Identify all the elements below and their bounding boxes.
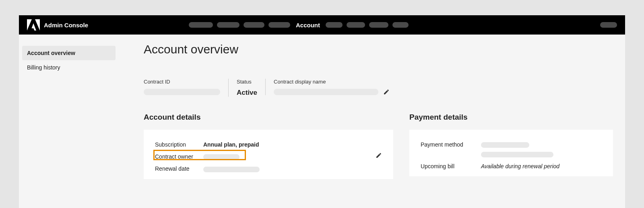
page-title: Account overview [144,43,613,56]
payment-details-card: Payment method Upcoming bill Available d… [409,130,613,176]
subscription-value: Annual plan, prepaid [203,141,259,148]
details-columns: Account details Subscription Annual plan… [144,113,613,179]
contract-owner-label: Contract owner [155,153,203,160]
sidebar-item-label: Account overview [27,50,75,56]
nav-item[interactable] [244,22,264,28]
status-label: Status [237,79,257,85]
sidebar: Account overview Billing history [19,35,120,208]
nav-item[interactable] [392,22,409,28]
top-nav: Account [189,22,409,29]
sidebar-item-billing-history[interactable]: Billing history [22,60,116,75]
display-name-block: Contract display name [265,79,398,95]
topbar-action[interactable] [600,22,617,28]
account-details-column: Account details Subscription Annual plan… [144,113,393,179]
contract-owner-row: Contract owner [155,151,382,163]
renewal-date-label: Renewal date [155,165,203,172]
subscription-row: Subscription Annual plan, prepaid [155,139,382,151]
contract-id-value-redacted [144,89,220,95]
adobe-logo-icon [27,19,40,31]
contract-meta-row: Contract ID Status Active Contract displ… [144,79,613,97]
app-frame: Admin Console Account Account overview B… [19,15,625,208]
pencil-icon[interactable] [383,89,390,95]
nav-item[interactable] [347,22,365,28]
contract-id-label: Contract ID [144,79,220,85]
nav-item[interactable] [369,22,388,28]
nav-item[interactable] [326,22,343,28]
upcoming-bill-label: Upcoming bill [421,163,481,169]
pencil-icon[interactable] [376,152,382,159]
payment-method-row: Payment method [421,139,602,151]
upcoming-bill-value: Available during renewal period [481,163,559,169]
renewal-date-row: Renewal date [155,163,382,175]
payment-method-extra-redacted [481,152,553,157]
account-details-title: Account details [144,113,393,122]
body: Account overview Billing history Account… [19,35,625,208]
payment-method-label: Payment method [421,141,481,148]
sidebar-item-label: Billing history [27,64,60,71]
account-details-card: Subscription Annual plan, prepaid Contra… [144,130,393,179]
topbar-right [600,22,617,28]
nav-item[interactable] [189,22,213,28]
topbar: Admin Console Account [19,15,625,35]
payment-details-title: Payment details [409,113,613,122]
display-name-value-redacted [274,89,378,95]
nav-item-account[interactable]: Account [294,22,322,29]
payment-method-value-redacted [481,142,529,148]
subscription-label: Subscription [155,141,203,148]
status-block: Status Active [228,79,265,97]
contract-id-block: Contract ID [144,79,228,95]
renewal-date-value-redacted [203,167,260,172]
payment-method-extra-row [421,151,602,160]
app-title: Admin Console [44,22,88,29]
nav-item[interactable] [268,22,290,28]
payment-details-column: Payment details Payment method Upcoming … [409,113,613,179]
nav-item[interactable] [217,22,239,28]
main-content: Account overview Contract ID Status Acti… [120,35,625,208]
display-name-label: Contract display name [274,79,390,85]
sidebar-item-account-overview[interactable]: Account overview [22,46,116,60]
upcoming-bill-row: Upcoming bill Available during renewal p… [421,160,602,172]
contract-owner-value-redacted [203,154,239,160]
status-value: Active [237,89,257,97]
